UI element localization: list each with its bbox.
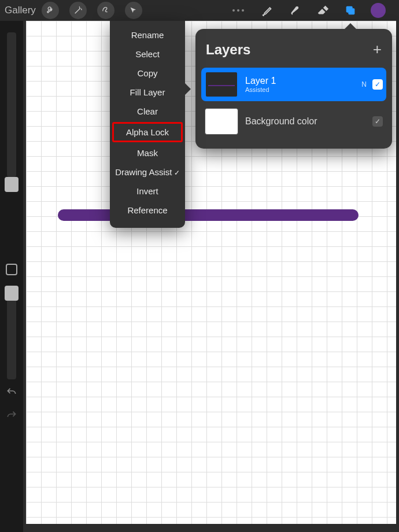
background-visibility-checkbox[interactable]: ✓ (372, 116, 383, 127)
drawn-stroke (58, 209, 359, 221)
opacity-thumb[interactable] (5, 286, 19, 301)
menu-fill-layer[interactable]: Fill Layer (110, 83, 185, 102)
blend-mode-label[interactable]: N (361, 80, 367, 88)
current-color-swatch (371, 3, 386, 18)
color-button[interactable] (367, 0, 390, 21)
selection-icon[interactable] (97, 2, 114, 19)
add-layer-button[interactable]: + (373, 40, 382, 58)
brush-size-slider[interactable] (7, 32, 16, 177)
eraser-icon[interactable] (311, 0, 334, 21)
layer-subtitle: Assisted (245, 86, 361, 93)
layers-panel: Layers + Layer 1 Assisted N ✓ Background… (195, 29, 392, 149)
background-thumbnail (205, 108, 238, 135)
menu-drawing-assist[interactable]: Drawing Assist (110, 162, 185, 182)
redo-icon[interactable] (5, 408, 19, 420)
layer-row-background[interactable]: Background color ✓ (201, 105, 386, 138)
smudge-icon[interactable] (283, 0, 306, 21)
menu-copy[interactable]: Copy (110, 64, 185, 83)
menu-invert[interactable]: Invert (110, 182, 185, 201)
background-layer-name: Background color (245, 116, 372, 127)
modify-button[interactable] (6, 264, 17, 275)
menu-mask[interactable]: Mask (110, 143, 185, 162)
layer-visibility-checkbox[interactable]: ✓ (372, 79, 383, 90)
menu-alpha-lock[interactable]: Alpha Lock (112, 122, 183, 142)
svg-rect-1 (348, 8, 354, 14)
menu-pointer (185, 83, 191, 95)
brush-size-thumb[interactable] (5, 177, 19, 192)
layer-context-menu: Rename Select Copy Fill Layer Clear Alph… (110, 21, 185, 228)
layer-name: Layer 1 (245, 76, 361, 86)
brush-icon[interactable] (256, 0, 279, 21)
layers-icon[interactable] (339, 0, 362, 21)
menu-rename[interactable]: Rename (110, 25, 185, 45)
layer-row-1[interactable]: Layer 1 Assisted N ✓ (201, 68, 386, 101)
opacity-slider[interactable] (7, 287, 16, 379)
left-sidebar (0, 21, 23, 532)
menu-clear[interactable]: Clear (110, 102, 185, 121)
menu-reference[interactable]: Reference (110, 201, 185, 220)
menu-select[interactable]: Select (110, 45, 185, 64)
layers-title: Layers (206, 42, 250, 58)
undo-icon[interactable] (5, 385, 19, 397)
panel-pointer (345, 23, 356, 29)
top-toolbar: Gallery (0, 0, 399, 21)
wand-icon[interactable] (69, 2, 87, 19)
more-icon[interactable] (232, 9, 244, 12)
layer-thumbnail (205, 71, 238, 98)
cursor-icon[interactable] (125, 2, 142, 19)
gallery-button[interactable]: Gallery (5, 5, 36, 16)
wrench-icon[interactable] (42, 2, 59, 19)
